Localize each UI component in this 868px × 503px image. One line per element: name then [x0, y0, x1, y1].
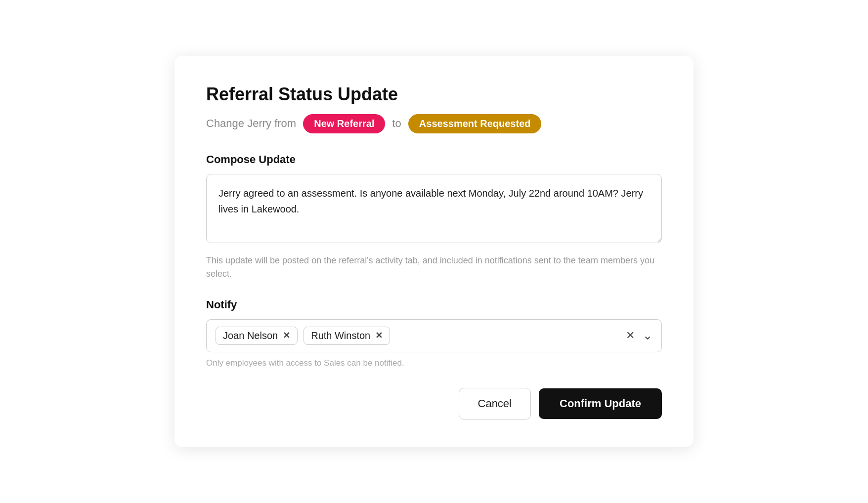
notify-label: Notify	[206, 298, 662, 311]
compose-section: Compose Update Jerry agreed to an assess…	[206, 153, 662, 281]
remove-ruth-winston-button[interactable]: ✕	[375, 331, 383, 340]
chevron-down-icon[interactable]: ⌄	[643, 329, 652, 342]
compose-label: Compose Update	[206, 153, 662, 166]
status-prefix: Change Jerry from	[206, 117, 296, 130]
tag-joan-nelson-label: Joan Nelson	[223, 330, 278, 341]
compose-textarea[interactable]: Jerry agreed to an assessment. Is anyone…	[206, 174, 662, 243]
tag-ruth-winston: Ruth Winston ✕	[304, 327, 390, 345]
modal-title: Referral Status Update	[206, 84, 662, 105]
to-status-badge: Assessment Requested	[408, 114, 542, 133]
remove-joan-nelson-button[interactable]: ✕	[283, 331, 290, 340]
notify-tags: Joan Nelson ✕ Ruth Winston ✕	[216, 327, 620, 345]
button-row: Cancel Confirm Update	[206, 388, 662, 419]
dropdown-controls: ✕ ⌄	[626, 329, 652, 342]
tag-ruth-winston-label: Ruth Winston	[311, 330, 370, 341]
clear-all-button[interactable]: ✕	[626, 329, 635, 342]
confirm-update-button[interactable]: Confirm Update	[539, 388, 662, 419]
notify-dropdown[interactable]: Joan Nelson ✕ Ruth Winston ✕ ✕ ⌄	[206, 319, 662, 352]
notify-hint: Only employees with access to Sales can …	[206, 358, 662, 368]
compose-hint: This update will be posted on the referr…	[206, 254, 662, 281]
from-status-badge: New Referral	[303, 114, 385, 133]
tag-joan-nelson: Joan Nelson ✕	[216, 327, 298, 345]
cancel-button[interactable]: Cancel	[459, 388, 531, 419]
status-separator: to	[392, 117, 401, 130]
notify-section: Notify Joan Nelson ✕ Ruth Winston ✕ ✕ ⌄ …	[206, 298, 662, 368]
referral-status-update-modal: Referral Status Update Change Jerry from…	[174, 56, 694, 447]
status-line: Change Jerry from New Referral to Assess…	[206, 114, 662, 133]
